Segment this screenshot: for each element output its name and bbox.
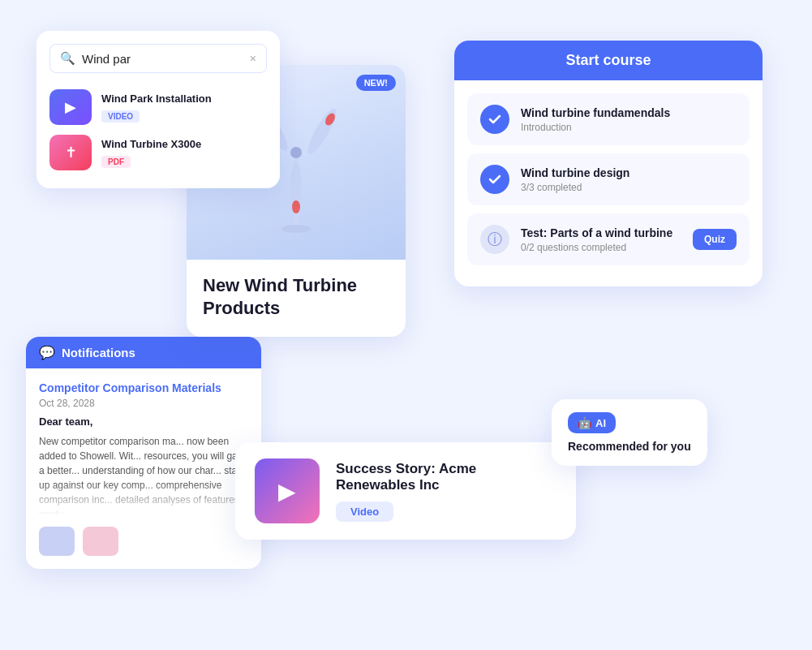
course-item-quiz[interactable]: ⓘ Test: Parts of a wind turbine 0/2 ques… [467, 213, 750, 265]
svg-point-8 [292, 200, 300, 213]
svg-point-1 [281, 225, 311, 233]
close-icon[interactable]: × [250, 52, 256, 65]
ai-badge: 🤖 AI [568, 412, 616, 433]
wind-turbine-icon: ✝ [65, 144, 77, 161]
search-icon: 🔍 [60, 51, 75, 66]
notifications-header: 💬 Notifications [26, 337, 261, 368]
course-item-sub-fundamentals: Introduction [521, 122, 737, 133]
play-icon: ▶ [65, 98, 76, 116]
check-svg-2 [488, 172, 502, 187]
ai-recommendation-card: 🤖 AI Recommended for you [552, 399, 707, 466]
course-item-fundamentals[interactable]: Wind turbine fundamendals Introduction [467, 93, 750, 145]
check-svg [488, 112, 502, 127]
play-icon-success: ▶ [278, 478, 296, 505]
course-item-info-fundamentals: Wind turbine fundamendals Introduction [521, 106, 737, 133]
search-result-pdf[interactable]: ✝ Wind Turbine X300e PDF [49, 130, 267, 175]
result-thumb-video: ▶ [49, 89, 92, 125]
course-item-sub-quiz: 0/2 questions completed [521, 242, 681, 253]
notif-date: Oct 28, 2028 [39, 398, 248, 409]
quiz-icon: ⓘ [480, 225, 509, 254]
notifications-card: 💬 Notifications Competitor Comparison Ma… [26, 337, 261, 569]
search-card: 🔍 Wind par × ▶ Wind Park Installation VI… [37, 31, 280, 188]
notif-color-swatches [39, 527, 248, 556]
search-bar[interactable]: 🔍 Wind par × [49, 44, 267, 73]
turbine-card-title: New Wind Turbine Products [203, 274, 389, 319]
ai-recommended-text: Recommended for you [568, 440, 691, 453]
quiz-button[interactable]: Quiz [693, 229, 737, 250]
course-item-sub-design: 3/3 completed [521, 182, 737, 193]
result-title-video: Wind Park Installation [101, 93, 267, 105]
result-badge-pdf: PDF [101, 156, 131, 168]
ai-icon: 🤖 [578, 416, 591, 429]
course-card: Start course Wind turbine fundamendals I… [454, 41, 763, 286]
course-item-title-fundamentals: Wind turbine fundamendals [521, 106, 737, 119]
ai-header: 🤖 AI [568, 412, 691, 433]
course-item-info-quiz: Test: Parts of a wind turbine 0/2 questi… [521, 226, 681, 253]
turbine-card-body: New Wind Turbine Products [187, 260, 406, 337]
notifications-title: Notifications [62, 346, 135, 359]
result-thumb-pdf: ✝ [49, 135, 92, 170]
success-story-info: Success Story: Acme Renewables Inc Video [336, 461, 556, 522]
color-swatch-blue [39, 527, 75, 556]
result-info-video: Wind Park Installation VIDEO [101, 93, 267, 123]
success-story-thumbnail: ▶ [255, 458, 320, 523]
success-story-title: Success Story: Acme Renewables Inc [336, 461, 556, 493]
svg-point-2 [290, 147, 302, 158]
notif-document-title[interactable]: Competitor Comparison Materials [39, 381, 248, 394]
search-query: Wind par [82, 52, 243, 66]
course-item-title-quiz: Test: Parts of a wind turbine [521, 226, 681, 239]
notif-greeting: Dear team, [39, 415, 248, 428]
search-result-video[interactable]: ▶ Wind Park Installation VIDEO [49, 84, 267, 130]
result-info-pdf: Wind Turbine X300e PDF [101, 138, 267, 168]
course-header: Start course [454, 41, 763, 80]
check-icon-fundamentals [480, 105, 509, 134]
notifications-icon: 💬 [39, 345, 55, 360]
course-item-title-design: Wind turbine design [521, 166, 737, 179]
new-badge: NEW! [356, 75, 396, 91]
success-story-card[interactable]: ▶ Success Story: Acme Renewables Inc Vid… [235, 442, 576, 540]
result-badge-video: VIDEO [101, 110, 140, 123]
ai-label: AI [595, 417, 606, 429]
course-item-design[interactable]: Wind turbine design 3/3 completed [467, 153, 750, 205]
check-icon-design [480, 165, 509, 194]
notif-body-text: New competitor comparison ma... now been… [39, 434, 248, 515]
notifications-body: Competitor Comparison Materials Oct 28, … [26, 368, 261, 569]
course-body: Wind turbine fundamendals Introduction W… [454, 80, 763, 286]
course-item-info-design: Wind turbine design 3/3 completed [521, 166, 737, 193]
result-title-pdf: Wind Turbine X300e [101, 138, 267, 150]
color-swatch-pink [83, 527, 118, 556]
success-story-badge: Video [336, 501, 393, 522]
svg-point-4 [303, 105, 341, 157]
